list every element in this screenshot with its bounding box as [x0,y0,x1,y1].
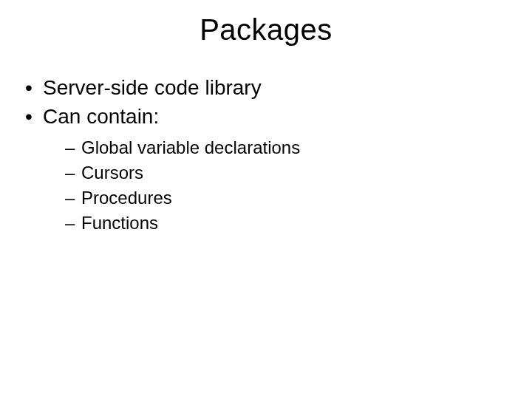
list-item: Functions [65,212,510,234]
list-item: Server-side code library [22,75,510,100]
slide-title: Packages [0,0,532,47]
bullet-text: Server-side code library [43,76,262,99]
sub-bullet-text: Procedures [81,188,172,208]
sub-bullet-text: Functions [81,213,158,233]
sub-bullet-text: Cursors [81,163,143,183]
list-item: Can contain: Global variable declaration… [22,103,510,234]
slide-body: Server-side code library Can contain: Gl… [0,47,532,234]
sub-bullet-text: Global variable declarations [81,137,300,157]
bullet-list: Server-side code library Can contain: Gl… [22,75,510,234]
list-item: Global variable declarations [65,137,510,159]
list-item: Procedures [65,187,510,209]
slide: Packages Server-side code library Can co… [0,0,532,399]
list-item: Cursors [65,162,510,184]
bullet-text: Can contain: [43,105,159,128]
sub-bullet-list: Global variable declarations Cursors Pro… [43,137,510,234]
